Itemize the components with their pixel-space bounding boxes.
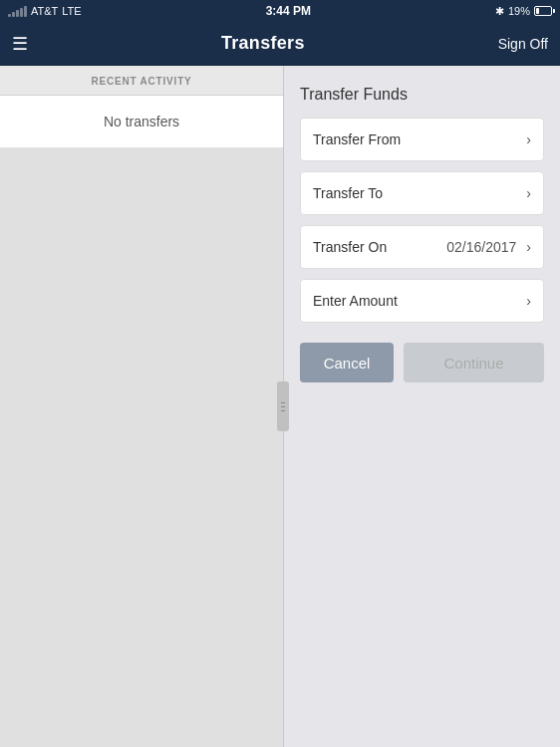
divider-handle[interactable] [277, 381, 289, 431]
divider-line-1 [281, 402, 285, 403]
status-bar: AT&T LTE 3:44 PM ✱ 19% [0, 0, 560, 22]
divider-lines [281, 402, 285, 411]
bluetooth-icon: ✱ [495, 5, 504, 18]
enter-amount-right: › [526, 293, 531, 309]
transfer-on-value: 02/16/2017 [446, 239, 516, 255]
transfer-from-label: Transfer From [313, 131, 401, 147]
main-layout: RECENT ACTIVITY No transfers Transfer Fu… [0, 66, 560, 747]
battery-icon [534, 6, 552, 16]
continue-button[interactable]: Continue [404, 343, 544, 382]
right-panel: Transfer Funds Transfer From › Transfer … [284, 66, 560, 747]
carrier-label: AT&T [31, 5, 58, 17]
left-panel: RECENT ACTIVITY No transfers [0, 66, 284, 747]
no-transfers-label: No transfers [0, 96, 283, 148]
transfer-to-right: › [526, 185, 531, 201]
cancel-button[interactable]: Cancel [300, 343, 394, 382]
sign-off-button[interactable]: Sign Off [498, 36, 548, 52]
nav-bar: ☰ Transfers Sign Off [0, 22, 560, 66]
divider-line-3 [281, 410, 285, 411]
divider-line-2 [281, 406, 285, 407]
status-right: ✱ 19% [495, 5, 552, 18]
transfer-on-field[interactable]: Transfer On 02/16/2017 › [300, 225, 544, 269]
transfer-from-right: › [526, 131, 531, 147]
transfer-from-field[interactable]: Transfer From › [300, 118, 544, 161]
battery-percentage: 19% [508, 5, 530, 17]
signal-dots [8, 5, 27, 17]
recent-activity-header: RECENT ACTIVITY [0, 66, 283, 96]
transfer-to-chevron: › [526, 185, 531, 201]
transfer-to-field[interactable]: Transfer To › [300, 171, 544, 215]
button-row: Cancel Continue [300, 343, 544, 382]
enter-amount-chevron: › [526, 293, 531, 309]
status-time: 3:44 PM [266, 4, 311, 18]
transfer-on-right: 02/16/2017 › [446, 239, 531, 255]
page-title: Transfers [221, 33, 305, 54]
transfer-to-label: Transfer To [313, 185, 383, 201]
transfer-on-label: Transfer On [313, 239, 387, 255]
transfer-funds-title: Transfer Funds [300, 86, 544, 104]
transfer-from-chevron: › [526, 131, 531, 147]
status-left: AT&T LTE [8, 5, 82, 17]
transfer-on-chevron: › [526, 239, 531, 255]
network-label: LTE [62, 5, 81, 17]
menu-icon[interactable]: ☰ [12, 33, 28, 55]
enter-amount-label: Enter Amount [313, 293, 398, 309]
enter-amount-field[interactable]: Enter Amount › [300, 279, 544, 323]
